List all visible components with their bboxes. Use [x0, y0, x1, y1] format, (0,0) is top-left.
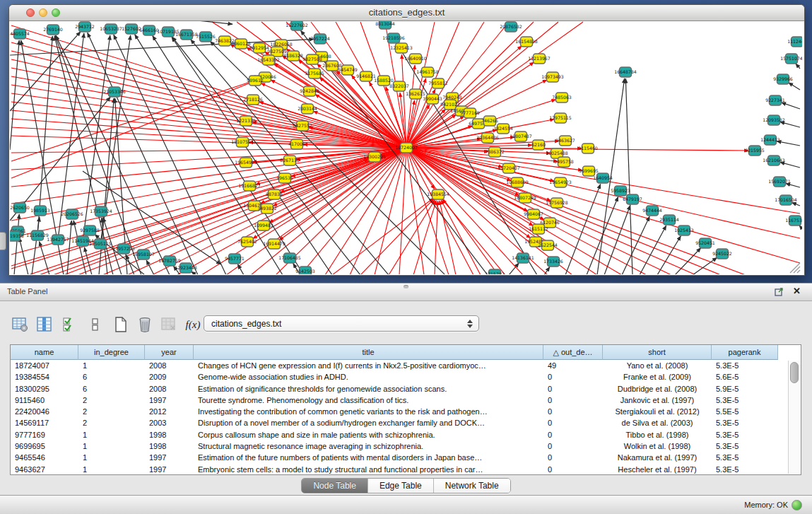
network-edge	[441, 200, 481, 274]
network-edge	[786, 183, 800, 187]
table-cell: 9465546	[11, 452, 78, 463]
network-canvas[interactable]: 4405574276914029437121065328715276026466…	[10, 21, 802, 274]
network-node-label: 10653287	[100, 26, 122, 31]
table-row[interactable]: 969969511998Structural magnetic resonanc…	[11, 440, 778, 452]
table-row[interactable]: 1830029562008Estimation of significance …	[11, 383, 778, 395]
table-cell: 5.3E-5	[712, 395, 778, 406]
table-row[interactable]: 2242004622012Investigating the contribut…	[11, 406, 778, 417]
network-node-label: 2522544	[538, 243, 558, 247]
table-cell: Jankovic et al. (1997)	[603, 395, 712, 406]
network-node-label: 8454749	[338, 67, 358, 72]
tab-edge-table[interactable]: Edge Table	[368, 479, 434, 493]
table-cell: 9115460	[11, 395, 78, 406]
network-node-label: 15227602	[286, 23, 308, 28]
network-node-label: 12505115	[89, 241, 112, 246]
network-window-titlebar[interactable]: citations_edges.txt	[9, 5, 804, 21]
scrollbar-thumb[interactable]	[790, 362, 799, 383]
table-cell: Tourette syndrome. Phenomenology and cla…	[194, 395, 543, 406]
table-type-segmented-control: Node TableEdge TableNetwork Table	[301, 478, 510, 493]
network-node-label: 17975115	[549, 115, 572, 120]
table-row[interactable]: 946362711997Embryonic stem cells: a mode…	[11, 464, 778, 475]
table-selector-combobox[interactable]: citations_edges.txt	[204, 315, 479, 332]
table-cell: 5.3E-5	[712, 452, 778, 463]
table-cell: 18724007	[11, 360, 78, 371]
column-header-3[interactable]: title	[194, 345, 543, 360]
network-node-label: 7955812	[428, 81, 448, 86]
network-node-label: 7386372	[485, 149, 505, 154]
network-node-label: 1244413	[760, 137, 780, 142]
table-cell: 1997	[145, 395, 194, 406]
table-cell: 1	[78, 429, 145, 440]
new-column-button[interactable]	[112, 315, 130, 334]
column-header-6[interactable]: pagerank	[712, 345, 778, 360]
table-row[interactable]: 911546021997Tourette syndrome. Phenomeno…	[11, 395, 778, 406]
show-column-button[interactable]	[35, 315, 54, 334]
network-node-label: 9146821	[356, 74, 376, 78]
network-node-label: 9242848	[300, 88, 319, 93]
select-columns-button[interactable]	[61, 315, 79, 334]
network-node-label: 20206526	[61, 211, 83, 216]
tab-node-table[interactable]: Node Table	[302, 479, 368, 493]
table-cell: 5.3E-5	[712, 429, 778, 440]
network-node-label: 8322037	[389, 83, 409, 88]
panel-drag-handle[interactable]	[404, 285, 408, 288]
table-options-button[interactable]	[11, 315, 30, 334]
column-header-2[interactable]: year	[145, 345, 194, 360]
network-node-label: 16914479	[263, 241, 286, 246]
network-node-label: 7515526	[196, 34, 216, 39]
control-panel-handle[interactable]	[0, 232, 6, 250]
network-node-label: 2935114	[659, 217, 679, 222]
table-row[interactable]: 1938455462009Genome-wide association stu…	[11, 371, 778, 382]
network-node-label: 9463627	[555, 138, 575, 143]
column-header-5[interactable]: short	[603, 345, 712, 360]
table-cell: 9463627	[11, 464, 78, 475]
column-header-0[interactable]: name	[11, 345, 78, 360]
table-row[interactable]: 1456911722003Disruption of a novel membe…	[11, 417, 778, 428]
network-node-label: 9115460	[578, 146, 598, 151]
table-row[interactable]: 1872400712008Changes of HCN gene express…	[11, 360, 778, 371]
network-node-label: 15692071	[768, 179, 791, 184]
network-node-label: 9245022	[712, 251, 732, 256]
row-options-button[interactable]	[86, 315, 105, 334]
float-panel-icon[interactable]	[775, 287, 784, 296]
network-node-label: 7625402	[237, 239, 257, 244]
function-builder-button[interactable]: f(x)	[184, 315, 202, 334]
table-cell: Hescheler et al. (1997)	[603, 464, 712, 475]
delete-table-button-disabled[interactable]	[160, 315, 178, 334]
column-header-4[interactable]: △ out_de…	[543, 345, 603, 360]
network-node-label: 887833	[266, 192, 283, 197]
table-scrollbar[interactable]	[788, 361, 799, 474]
network-node-label: 10025488	[546, 151, 568, 156]
tab-network-table[interactable]: Network Table	[434, 479, 510, 493]
network-edge	[114, 35, 226, 274]
network-node-label: 12923448	[175, 265, 197, 270]
network-node-label: 16671358	[175, 32, 198, 37]
network-node-label: 1588520	[374, 78, 394, 83]
network-node-label: 2769140	[43, 27, 63, 32]
table-header-row: namein_degreeyeartitle△ out_de…shortpage…	[11, 345, 778, 360]
table-cell: 5.3E-5	[712, 360, 778, 371]
network-edge	[67, 221, 71, 274]
network-edge	[782, 103, 800, 109]
table-row[interactable]: 977716911998Corpus callosum shape and si…	[11, 429, 778, 440]
fx-icon: f(x)	[186, 319, 201, 331]
network-edge	[19, 238, 28, 274]
memory-ok-indicator-icon	[792, 500, 802, 510]
table-cell: 0	[543, 452, 603, 463]
table-row[interactable]: 946554611997Estimation of the future num…	[11, 452, 778, 463]
close-panel-icon[interactable]: ✕	[793, 286, 801, 296]
network-node-label: 1167534	[785, 218, 802, 223]
network-edge	[780, 122, 800, 127]
delete-column-button[interactable]	[136, 315, 154, 334]
network-node-label: 14961758	[416, 69, 439, 74]
table-cell: 5.6E-5	[712, 371, 778, 382]
network-node-label: 8186328	[283, 53, 303, 58]
network-node-label: 1733426	[543, 259, 563, 264]
network-edge	[777, 141, 800, 146]
table-cell: 5.3E-5	[712, 464, 778, 475]
network-canvas-svg[interactable]: 4405574276914029437121065328715276026466…	[10, 21, 802, 274]
table-cell: 2	[78, 395, 145, 406]
window-resize-grip[interactable]	[790, 263, 800, 273]
network-window[interactable]: citations_edges.txt 44055742769140294371…	[8, 4, 805, 276]
column-header-1[interactable]: in_degree	[78, 345, 145, 360]
